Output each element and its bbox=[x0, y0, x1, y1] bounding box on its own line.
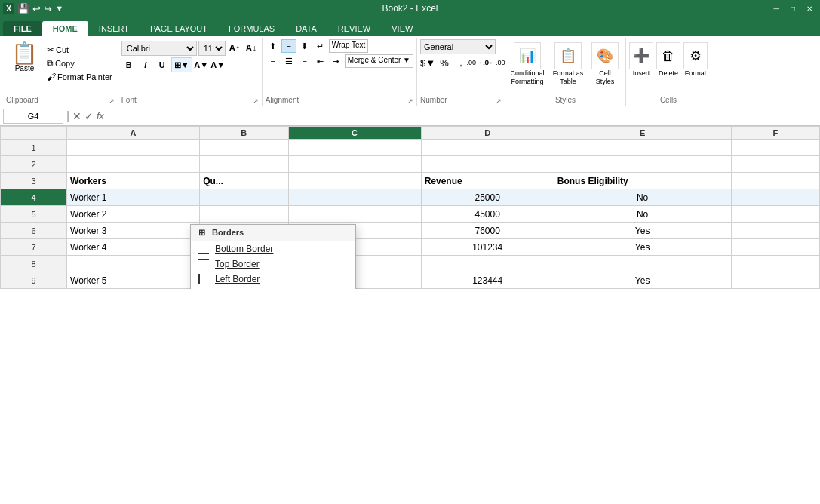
row-header-3[interactable]: 3 bbox=[1, 173, 67, 189]
cell-b2[interactable] bbox=[200, 156, 288, 173]
underline-btn[interactable]: U bbox=[155, 57, 170, 72]
number-format-select[interactable]: General bbox=[420, 39, 496, 54]
align-top-left-btn[interactable]: ⬆ bbox=[266, 39, 281, 53]
cell-f2[interactable] bbox=[731, 156, 819, 173]
cell-d7[interactable]: 101234 bbox=[421, 239, 554, 256]
cell-a3[interactable]: Workers bbox=[67, 173, 200, 189]
qa-undo[interactable]: ↩ bbox=[32, 3, 41, 14]
cell-c4[interactable] bbox=[288, 189, 421, 206]
bold-btn[interactable]: B bbox=[121, 57, 137, 72]
align-left-btn[interactable]: ≡ bbox=[266, 54, 281, 68]
formula-input[interactable] bbox=[107, 109, 818, 124]
qa-save[interactable]: 💾 bbox=[17, 3, 29, 14]
fx-btn[interactable]: fx bbox=[97, 111, 103, 121]
cell-styles-btn[interactable]: 🎨 Cell Styles bbox=[590, 42, 620, 86]
cell-e4[interactable]: No bbox=[554, 189, 731, 206]
cell-a5[interactable]: Worker 2 bbox=[67, 206, 200, 223]
cell-c5[interactable] bbox=[288, 206, 421, 223]
cell-b1[interactable] bbox=[200, 140, 288, 156]
tab-view[interactable]: VIEW bbox=[381, 21, 423, 36]
delete-cells-btn[interactable]: 🗑 Delete bbox=[656, 42, 680, 77]
row-header-2[interactable]: 2 bbox=[1, 156, 67, 173]
indent-left-btn[interactable]: ⇤ bbox=[313, 54, 328, 68]
row-header-6[interactable]: 6 bbox=[1, 223, 67, 239]
minimize-btn[interactable]: ─ bbox=[769, 2, 784, 14]
align-center-btn[interactable]: ☰ bbox=[281, 54, 296, 68]
font-color-btn[interactable]: A▼ bbox=[210, 57, 226, 72]
left-border-item[interactable]: Left Border bbox=[191, 272, 355, 287]
cell-e7[interactable]: Yes bbox=[554, 239, 731, 256]
insert-cells-btn[interactable]: ➕ Insert bbox=[629, 42, 653, 77]
col-header-a[interactable]: A bbox=[67, 127, 200, 140]
paste-button[interactable]: 📋 Paste bbox=[6, 39, 43, 83]
top-border-item[interactable]: Top Border bbox=[191, 257, 355, 272]
cell-d1[interactable] bbox=[421, 140, 554, 156]
col-header-d[interactable]: D bbox=[421, 127, 554, 140]
cell-e2[interactable] bbox=[554, 156, 731, 173]
cell-c3[interactable] bbox=[288, 173, 421, 189]
align-top-center-btn[interactable]: ≡ bbox=[281, 39, 296, 53]
cell-b3[interactable]: Qu... bbox=[200, 173, 288, 189]
cell-f7[interactable] bbox=[731, 239, 819, 256]
cell-a9[interactable]: Worker 5 bbox=[67, 272, 200, 289]
tab-insert[interactable]: INSERT bbox=[88, 21, 140, 36]
cell-b5[interactable] bbox=[200, 206, 288, 223]
number-expand[interactable]: ↗ bbox=[496, 97, 502, 105]
tab-formulas[interactable]: FORMULAS bbox=[218, 21, 285, 36]
merge-center-btn[interactable]: Merge & Center ▼ bbox=[345, 54, 413, 68]
close-btn[interactable]: ✕ bbox=[802, 2, 817, 14]
row-header-1[interactable]: 1 bbox=[1, 140, 67, 156]
row-header-8[interactable]: 8 bbox=[1, 256, 67, 272]
bottom-border-item[interactable]: Bottom Border bbox=[191, 241, 355, 257]
align-right-btn[interactable]: ≡ bbox=[297, 54, 312, 68]
col-header-c[interactable]: C bbox=[288, 127, 421, 140]
row-header-7[interactable]: 7 bbox=[1, 239, 67, 256]
percent-btn[interactable]: % bbox=[437, 56, 452, 69]
wrap-text-icon[interactable]: ↵ bbox=[313, 39, 328, 53]
font-size-select[interactable]: 11 bbox=[198, 41, 226, 56]
tab-data[interactable]: DATA bbox=[285, 21, 327, 36]
maximize-btn[interactable]: □ bbox=[785, 2, 800, 14]
cell-a1[interactable] bbox=[67, 140, 200, 156]
font-increase-btn[interactable]: A↑ bbox=[227, 41, 242, 56]
cell-f5[interactable] bbox=[731, 206, 819, 223]
align-top-right-btn[interactable]: ⬇ bbox=[297, 39, 312, 53]
cell-d3[interactable]: Revenue bbox=[421, 173, 554, 189]
cut-button[interactable]: ✂ Cut bbox=[45, 44, 115, 56]
font-decrease-btn[interactable]: A↓ bbox=[244, 41, 259, 56]
cell-c1[interactable] bbox=[288, 140, 421, 156]
cell-d5[interactable]: 45000 bbox=[421, 206, 554, 223]
cell-a4[interactable]: Worker 1 bbox=[67, 189, 200, 206]
format-cells-btn[interactable]: ⚙ Format bbox=[683, 42, 708, 77]
cell-d2[interactable] bbox=[421, 156, 554, 173]
window-controls[interactable]: ─ □ ✕ bbox=[769, 2, 817, 14]
col-header-e[interactable]: E bbox=[554, 127, 731, 140]
increase-decimal-btn[interactable]: .0←.00 bbox=[487, 56, 502, 69]
formula-confirm-btn[interactable]: ✓ bbox=[84, 110, 94, 122]
cell-e6[interactable]: Yes bbox=[554, 223, 731, 239]
format-painter-button[interactable]: 🖌 Format Painter bbox=[45, 71, 115, 83]
currency-btn[interactable]: $▼ bbox=[420, 56, 435, 69]
name-box[interactable] bbox=[3, 109, 63, 124]
row-header-9[interactable]: 9 bbox=[1, 272, 67, 289]
cell-b4[interactable] bbox=[200, 189, 288, 206]
cell-a8[interactable] bbox=[67, 256, 200, 272]
cell-e9[interactable]: Yes bbox=[554, 272, 731, 289]
cell-d6[interactable]: 76000 bbox=[421, 223, 554, 239]
cell-e1[interactable] bbox=[554, 140, 731, 156]
col-header-b[interactable]: B bbox=[200, 127, 288, 140]
cell-a2[interactable] bbox=[67, 156, 200, 173]
tab-home[interactable]: HOME bbox=[42, 21, 88, 36]
cell-d9[interactable]: 123444 bbox=[421, 272, 554, 289]
cell-f3[interactable] bbox=[731, 173, 819, 189]
tab-review[interactable]: REVIEW bbox=[327, 21, 381, 36]
cell-f9[interactable] bbox=[731, 272, 819, 289]
row-header-5[interactable]: 5 bbox=[1, 206, 67, 223]
tab-page-layout[interactable]: PAGE LAYOUT bbox=[140, 21, 218, 36]
qa-redo[interactable]: ↪ bbox=[44, 3, 52, 14]
file-icon[interactable]: X bbox=[3, 3, 14, 14]
font-family-select[interactable]: Calibri bbox=[121, 41, 197, 56]
col-header-f[interactable]: F bbox=[731, 127, 819, 140]
format-as-table-btn[interactable]: 📋 Format as Table bbox=[549, 42, 587, 86]
formula-cancel-btn[interactable]: ✕ bbox=[72, 110, 81, 122]
